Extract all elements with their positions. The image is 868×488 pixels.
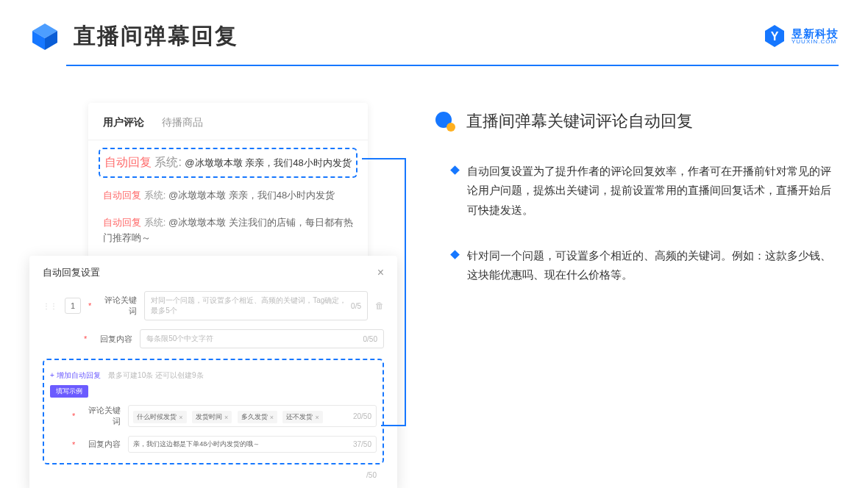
example-box: + 增加自动回复 最多可建10条 还可以创建9条 填写示例 * 评论关键词 什么… [43,359,384,464]
drag-handle-icon[interactable]: ⋮⋮ [43,302,57,310]
connector [405,158,406,426]
index-box: 1 [65,298,81,314]
tab-user-comments[interactable]: 用户评论 [103,116,144,129]
reply-text: @冰墩墩本墩 亲亲，我们48小时内发货 [185,157,351,168]
settings-panel: 自动回复设置 × ⋮⋮ 1 * 评论关键词 对同一个问题，可设置多个相近、高频的… [29,256,397,488]
tag-item[interactable]: 什么时候发货× [133,411,186,423]
example-badge: 填写示例 [50,385,88,398]
keyword-input[interactable]: 对同一个问题，可设置多个相近、高频的关键词，Tag确定，最多5个 0/5 [144,291,368,320]
brand-logo: Y 昱新科技 YUUXIN.COM [762,24,839,49]
highlighted-reply: 自动回复 系统: @冰墩墩本墩 亲亲，我们48小时内发货 [99,148,357,178]
tab-pending-goods[interactable]: 待播商品 [162,116,203,129]
svg-text:Y: Y [771,30,779,43]
bullet-item: 自动回复设置为了提升作者的评论回复效率，作者可在开播前针对常见的评论用户问题，提… [434,162,839,220]
reply-row: 自动回复 系统: @冰墩墩本墩 关注我们的店铺，每日都有热门推荐哟～ [88,209,368,252]
tag-item[interactable]: 还不发货× [282,411,322,423]
page-title: 直播间弹幕回复 [74,21,238,51]
diamond-icon [450,250,460,259]
settings-title: 自动回复设置 [43,266,100,279]
cube-icon [29,21,60,51]
add-hint: 最多可建10条 还可以创建9条 [108,371,203,379]
content-label: 回复内容 [94,334,132,345]
section-title: 直播间弹幕关键词评论自动回复 [466,110,693,132]
diamond-icon [450,165,460,175]
example-content-input[interactable]: 亲，我们这边都是下单48小时内发货的哦～ 37/50 [128,436,377,453]
example-keyword-input[interactable]: 什么时候发货× 发货时间× 多久发货× 还不发货× 20/50 [128,405,377,427]
brand-url: YUUXIN.COM [791,39,839,45]
add-reply-link[interactable]: + 增加自动回复 [50,371,101,379]
tag-item[interactable]: 发货时间× [192,411,232,423]
svg-point-5 [447,123,455,132]
chat-bubble-icon [434,110,456,132]
auto-reply-tag: 自动回复 [104,156,152,168]
content-input[interactable]: 每条限50个中文字符 0/50 [140,329,384,348]
bullet-item: 针对同一个问题，可设置多个相近的、高频的关键词。例如：这款多少钱、这块能优惠吗、… [434,246,839,285]
brand-name: 昱新科技 [791,28,839,39]
kw-label: 评论关键词 [99,295,137,317]
reply-row: 自动回复 系统: @冰墩墩本墩 亲亲，我们48小时内发货 [88,182,368,209]
trash-icon[interactable]: 🗑 [375,301,384,311]
connector [362,158,406,159]
close-icon[interactable]: × [377,266,384,279]
tag-item[interactable]: 多久发货× [238,411,277,423]
comment-panel: 用户评论 待播商品 自动回复 系统: @冰墩墩本墩 亲亲，我们48小时内发货 自… [88,103,368,265]
